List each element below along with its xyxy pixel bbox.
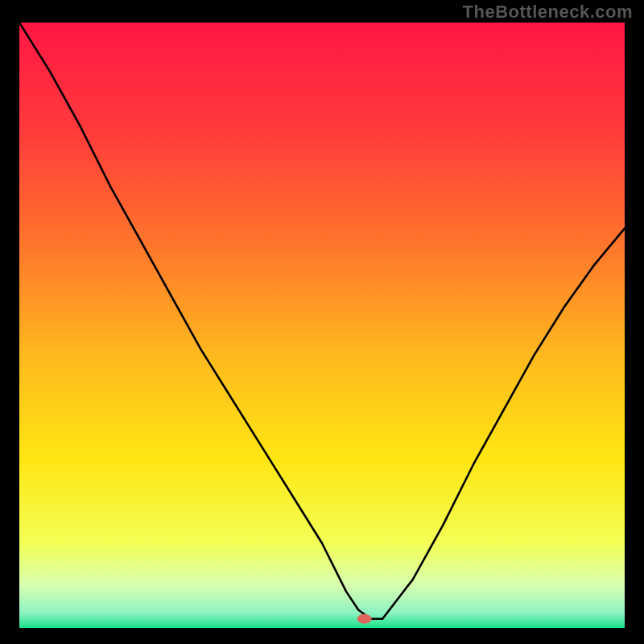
plot-area <box>19 23 625 628</box>
bottleneck-chart <box>19 23 625 628</box>
gradient-background <box>19 23 625 628</box>
watermark-text: TheBottleneck.com <box>463 2 633 23</box>
optimal-point-marker <box>357 614 372 624</box>
chart-frame: TheBottleneck.com <box>0 0 644 644</box>
